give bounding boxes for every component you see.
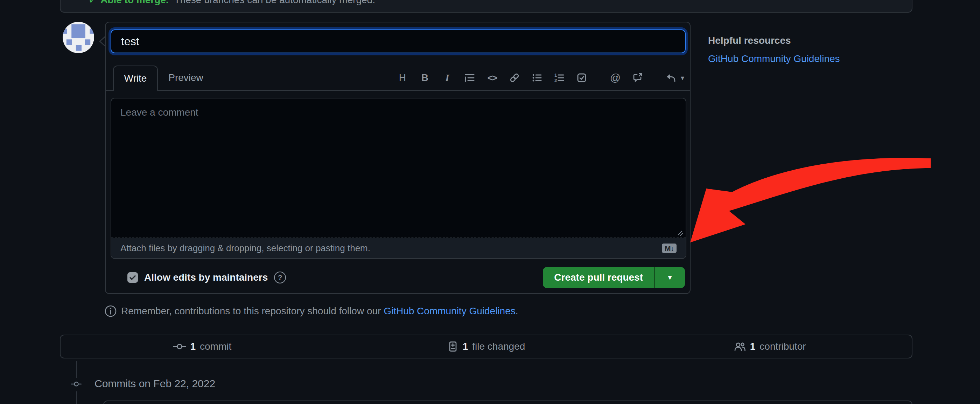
commit-icon [173, 341, 186, 352]
identicon-image [63, 22, 94, 53]
commit-icon [68, 378, 84, 391]
commit-list-card [103, 401, 912, 404]
info-icon [104, 305, 117, 318]
ordered-list-icon[interactable]: 12 [554, 72, 565, 84]
pr-title-input[interactable] [111, 29, 686, 53]
pr-create-page: ✓ Able to merge. These branches can be a… [0, 0, 980, 404]
tasklist-icon[interactable] [576, 72, 588, 84]
allow-edits-group: Allow edits by maintainers ? [127, 271, 286, 283]
reply-icon[interactable] [665, 72, 677, 84]
pr-stats-bar: 1 commit 1 file changed 1 contributor [60, 335, 912, 358]
tab-preview[interactable]: Preview [158, 65, 214, 90]
bold-icon[interactable]: B [419, 72, 431, 84]
sidebar-heading: Helpful resources [708, 35, 791, 46]
allow-edits-checkbox[interactable] [127, 272, 138, 283]
textarea-resize-handle[interactable] [676, 230, 684, 236]
avatar [63, 22, 94, 53]
reply-dropdown-caret-icon[interactable]: ▾ [681, 73, 684, 82]
code-icon[interactable]: <> [486, 72, 498, 84]
check-icon: ✓ [88, 0, 97, 6]
unordered-list-icon[interactable] [531, 72, 543, 84]
create-pr-dropdown-caret-icon[interactable]: ▾ [655, 267, 685, 288]
form-actions-row: Allow edits by maintainers ? Create pull… [111, 267, 685, 288]
create-pr-button[interactable]: Create pull request [543, 267, 654, 288]
comment-tab-header: Write Preview H B I <> [106, 65, 690, 91]
merge-status-message: These branches can be automatically merg… [174, 0, 375, 6]
cross-reference-icon[interactable] [632, 72, 644, 84]
people-icon [734, 341, 746, 352]
file-diff-icon [447, 341, 458, 352]
link-icon[interactable] [509, 72, 520, 84]
markdown-toolbar: H B I <> [396, 65, 684, 90]
guidelines-note-text: Remember, contributions to this reposito… [121, 305, 519, 317]
tab-write[interactable]: Write [113, 65, 158, 91]
guidelines-link[interactable]: GitHub Community Guidelines [383, 305, 515, 316]
attach-files-bar[interactable]: Attach files by dragging & dropping, sel… [111, 238, 686, 258]
comment-editor: Attach files by dragging & dropping, sel… [111, 98, 686, 259]
comment-textarea[interactable] [111, 99, 686, 238]
quote-icon[interactable] [464, 72, 476, 84]
stat-commits[interactable]: 1 commit [60, 335, 344, 358]
create-pr-split-button: Create pull request ▾ [543, 267, 685, 288]
merge-status-text: Able to merge. [100, 0, 169, 6]
help-icon[interactable]: ? [274, 271, 286, 283]
attach-files-hint[interactable]: Attach files by dragging & dropping, sel… [120, 243, 370, 254]
svg-text:1: 1 [554, 72, 557, 78]
merge-status-banner: ✓ Able to merge. These branches can be a… [60, 0, 912, 13]
stat-contributors[interactable]: 1 contributor [628, 335, 912, 358]
commits-date-heading: Commits on Feb 22, 2022 [94, 378, 215, 390]
markdown-icon[interactable]: M↓ [662, 244, 676, 253]
allow-edits-label[interactable]: Allow edits by maintainers [144, 272, 268, 283]
italic-icon[interactable]: I [441, 72, 453, 84]
guidelines-note: Remember, contributions to this reposito… [104, 305, 519, 318]
svg-text:2: 2 [554, 78, 557, 83]
heading-icon[interactable]: H [396, 72, 409, 84]
pr-form-card: Write Preview H B I <> [105, 22, 690, 294]
mention-icon[interactable]: @ [609, 72, 621, 84]
sidebar-guidelines-link[interactable]: GitHub Community Guidelines [708, 53, 840, 64]
stat-files-changed[interactable]: 1 file changed [344, 335, 628, 358]
